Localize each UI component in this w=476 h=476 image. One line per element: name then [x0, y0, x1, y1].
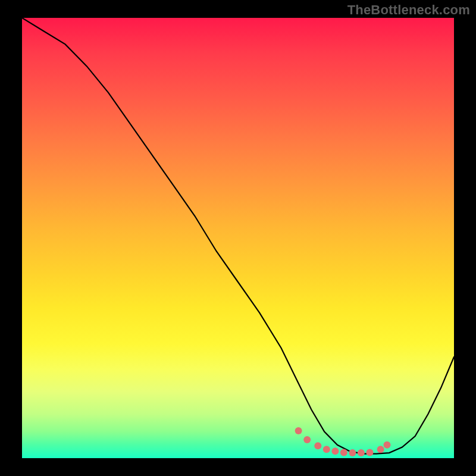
marker-dot [314, 442, 321, 449]
plot-area [22, 18, 454, 458]
marker-dot [366, 449, 373, 456]
watermark-text: TheBottleneck.com [347, 2, 470, 18]
marker-dot [295, 427, 302, 434]
marker-dots [295, 427, 391, 456]
chart-container: TheBottleneck.com [0, 0, 476, 476]
marker-dot [384, 441, 391, 449]
curve-svg [22, 18, 454, 458]
marker-dot [358, 449, 365, 456]
marker-dot [331, 447, 339, 455]
marker-dot [303, 436, 311, 443]
marker-dot [377, 446, 384, 453]
marker-dot [323, 446, 330, 453]
marker-dot [349, 449, 356, 456]
main-curve [22, 18, 454, 454]
marker-dot [340, 449, 347, 456]
